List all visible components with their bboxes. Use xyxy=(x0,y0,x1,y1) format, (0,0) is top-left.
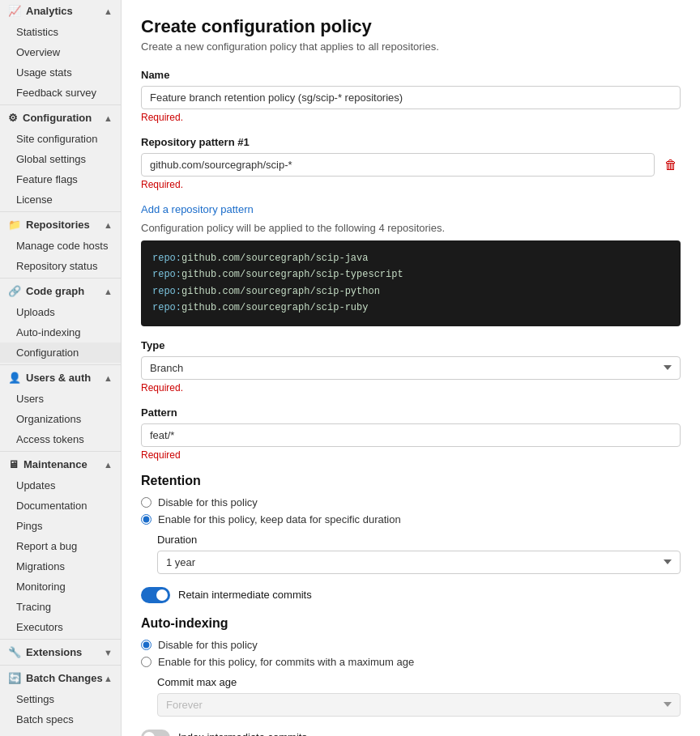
sidebar-item-report-a-bug[interactable]: Report a bug xyxy=(0,536,121,556)
repo-count-text: Configuration policy will be applied to … xyxy=(141,222,681,234)
sidebar-item-manage-code-hosts[interactable]: Manage code hosts xyxy=(0,236,121,256)
auto-indexing-group: Auto-indexing Disable for this policy En… xyxy=(141,616,681,717)
sidebar-item-license[interactable]: License xyxy=(0,189,121,210)
auto-index-option1-label[interactable]: Disable for this policy xyxy=(141,639,681,651)
sidebar-analytics-label: Analytics xyxy=(26,5,73,17)
sidebar-item-configuration-cg[interactable]: Configuration xyxy=(0,342,121,363)
code-graph-icon: 🔗 xyxy=(8,285,21,297)
retention-radio-1[interactable] xyxy=(141,497,152,508)
sidebar: 📈Analytics ▲ Statistics Overview Usage s… xyxy=(0,0,122,736)
sidebar-item-access-tokens[interactable]: Access tokens xyxy=(0,429,121,449)
repo-prefix-1: repo: xyxy=(152,269,181,280)
retain-commits-row: Retain intermediate commits xyxy=(141,587,681,603)
sidebar-users-auth-label: Users & auth xyxy=(26,372,91,384)
duration-select[interactable]: 1 year 6 months 3 months 1 month Forever xyxy=(157,551,681,574)
type-select[interactable]: Branch Tag Commit xyxy=(141,356,681,380)
repo-pattern-required: Required. xyxy=(141,179,681,190)
retention-option1-label[interactable]: Disable for this policy xyxy=(141,496,681,508)
index-commits-label: Index intermediate commits xyxy=(178,731,307,736)
add-pattern-link[interactable]: Add a repository pattern xyxy=(141,203,254,215)
type-required: Required. xyxy=(141,382,681,394)
sidebar-item-migrations[interactable]: Migrations xyxy=(0,556,121,576)
auto-index-option2-label[interactable]: Enable for this policy, for commits with… xyxy=(141,656,681,668)
retention-option2-label[interactable]: Enable for this policy, keep data for sp… xyxy=(141,513,681,525)
auto-index-radio-2[interactable] xyxy=(141,657,152,667)
sidebar-item-statistics[interactable]: Statistics xyxy=(0,22,121,42)
sidebar-group-analytics: 📈Analytics ▲ Statistics Overview Usage s… xyxy=(0,0,121,103)
sidebar-item-site-configuration[interactable]: Site configuration xyxy=(0,129,121,149)
sidebar-group-repositories: 📁Repositories ▲ Manage code hosts Reposi… xyxy=(0,214,121,276)
sidebar-item-batch-specs[interactable]: Batch specs xyxy=(0,709,121,730)
name-input[interactable] xyxy=(141,86,681,109)
repo-name-3: github.com/sourcegraph/scip-ruby xyxy=(181,302,368,313)
sidebar-item-users[interactable]: Users xyxy=(0,389,121,409)
repo-pattern-label: Repository pattern #1 xyxy=(141,136,681,148)
repo-name-0: github.com/sourcegraph/scip-java xyxy=(181,253,368,264)
type-label: Type xyxy=(141,339,681,351)
sidebar-header-configuration[interactable]: ⚙Configuration ▲ xyxy=(0,107,121,129)
sidebar-item-organizations[interactable]: Organizations xyxy=(0,409,121,429)
pattern-label: Pattern xyxy=(141,406,681,419)
sidebar-item-auto-indexing[interactable]: Auto-indexing xyxy=(0,322,121,342)
commit-max-age-label: Commit max age xyxy=(157,676,681,688)
sidebar-item-usage-stats[interactable]: Usage stats xyxy=(0,62,121,83)
sidebar-item-monitoring[interactable]: Monitoring xyxy=(0,576,121,597)
name-group: Name Required. xyxy=(141,69,681,123)
code-graph-chevron: ▲ xyxy=(104,287,113,296)
retention-radio-2[interactable] xyxy=(141,514,152,525)
repo-list-item-2: repo:github.com/sourcegraph/scip-python xyxy=(152,283,669,300)
extensions-icon: 🔧 xyxy=(8,646,21,658)
commit-max-age-select[interactable]: Forever 1 year 6 months 3 months xyxy=(157,693,681,717)
maintenance-icon: 🖥 xyxy=(8,458,19,470)
repo-list-item-1: repo:github.com/sourcegraph/scip-typescr… xyxy=(152,266,669,283)
index-commits-slider xyxy=(141,730,170,736)
sidebar-header-analytics[interactable]: 📈Analytics ▲ xyxy=(0,0,121,22)
maintenance-chevron: ▲ xyxy=(104,460,113,470)
repo-prefix-2: repo: xyxy=(152,286,181,297)
analytics-chevron: ▲ xyxy=(104,6,113,16)
auto-index-radio-group: Disable for this policy Enable for this … xyxy=(141,639,681,668)
auto-index-radio-1[interactable] xyxy=(141,640,152,650)
configuration-chevron: ▲ xyxy=(104,113,113,123)
sidebar-group-users-auth: 👤Users & auth ▲ Users Organizations Acce… xyxy=(0,367,121,449)
sidebar-item-global-settings[interactable]: Global settings xyxy=(0,149,121,169)
retention-radio-group: Disable for this policy Enable for this … xyxy=(141,496,681,525)
sidebar-item-executors[interactable]: Executors xyxy=(0,617,121,637)
sidebar-header-code-graph[interactable]: 🔗Code graph ▲ xyxy=(0,280,121,302)
sidebar-item-settings-bc[interactable]: Settings xyxy=(0,689,121,709)
pattern-input[interactable] xyxy=(141,423,681,447)
sidebar-item-updates[interactable]: Updates xyxy=(0,475,121,496)
name-label: Name xyxy=(141,69,681,81)
repositories-chevron: ▲ xyxy=(104,220,113,230)
sidebar-item-overview[interactable]: Overview xyxy=(0,42,121,62)
sidebar-item-tracing[interactable]: Tracing xyxy=(0,597,121,617)
repo-pattern-input[interactable] xyxy=(141,153,655,177)
sidebar-extensions-label: Extensions xyxy=(26,646,82,658)
sidebar-group-extensions: 🔧Extensions ▼ xyxy=(0,641,121,663)
configuration-icon: ⚙ xyxy=(8,112,18,124)
auto-index-option2-text: Enable for this policy, for commits with… xyxy=(158,656,414,668)
sidebar-item-feedback-survey[interactable]: Feedback survey xyxy=(0,83,121,103)
sidebar-header-repositories[interactable]: 📁Repositories ▲ xyxy=(0,214,121,236)
page-title: Create configuration policy xyxy=(141,16,681,37)
repo-pattern-group: Repository pattern #1 🗑 Required. xyxy=(141,136,681,190)
sidebar-maintenance-label: Maintenance xyxy=(23,458,88,470)
sidebar-configuration-label: Configuration xyxy=(23,112,92,124)
sidebar-header-users-auth[interactable]: 👤Users & auth ▲ xyxy=(0,367,121,389)
sidebar-header-batch-changes[interactable]: 🔄Batch Changes ▲ xyxy=(0,667,121,689)
sidebar-header-maintenance[interactable]: 🖥Maintenance ▲ xyxy=(0,453,121,475)
sidebar-header-extensions[interactable]: 🔧Extensions ▼ xyxy=(0,641,121,663)
sidebar-item-pings[interactable]: Pings xyxy=(0,516,121,536)
sidebar-item-repository-status[interactable]: Repository status xyxy=(0,256,121,276)
auto-index-option1-text: Disable for this policy xyxy=(158,639,258,651)
retain-commits-toggle[interactable] xyxy=(141,587,170,603)
sidebar-group-configuration: ⚙Configuration ▲ Site configuration Glob… xyxy=(0,107,121,210)
batch-changes-icon: 🔄 xyxy=(8,672,21,684)
delete-pattern-button[interactable]: 🗑 xyxy=(661,155,681,176)
sidebar-item-uploads[interactable]: Uploads xyxy=(0,302,121,322)
analytics-icon: 📈 xyxy=(8,5,21,17)
index-commits-toggle[interactable] xyxy=(141,730,170,736)
sidebar-item-documentation[interactable]: Documentation xyxy=(0,496,121,516)
retention-group: Retention Disable for this policy Enable… xyxy=(141,474,681,574)
sidebar-item-feature-flags[interactable]: Feature flags xyxy=(0,169,121,189)
